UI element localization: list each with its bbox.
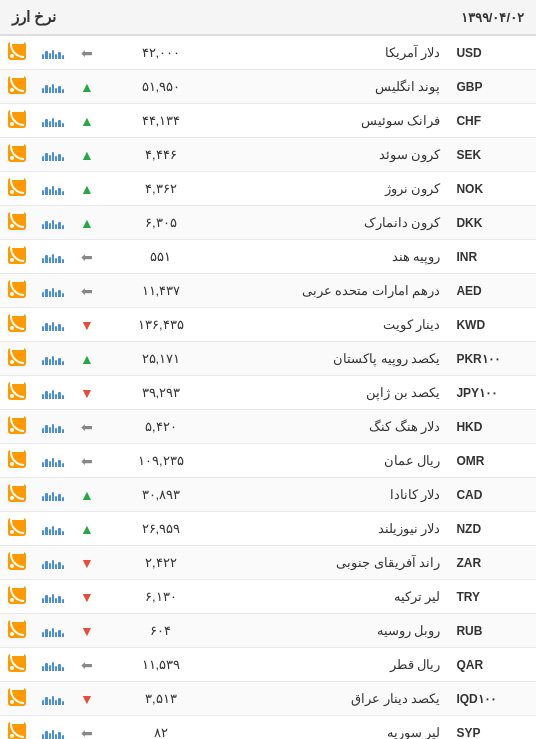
rss-cell[interactable]	[0, 104, 34, 138]
rss-cell[interactable]	[0, 70, 34, 104]
rss-cell[interactable]	[0, 444, 34, 478]
trend-arrow: ▼	[72, 580, 102, 614]
chart-cell[interactable]	[34, 104, 72, 138]
chart-icon	[42, 145, 64, 161]
rss-cell[interactable]	[0, 274, 34, 308]
chart-icon	[42, 655, 64, 671]
chart-cell[interactable]	[34, 444, 72, 478]
currency-code: QAR	[448, 648, 536, 682]
currency-name: دلار کانادا	[220, 478, 449, 512]
chart-icon	[42, 553, 64, 569]
rss-cell[interactable]	[0, 580, 34, 614]
chart-cell[interactable]	[34, 342, 72, 376]
rss-icon[interactable]	[8, 42, 26, 60]
trend-arrow: ▼	[72, 546, 102, 580]
currency-name: یکصد بن ژاپن	[220, 376, 449, 410]
chart-cell[interactable]	[34, 70, 72, 104]
chart-cell[interactable]	[34, 376, 72, 410]
currency-price: ۴,۳۶۲	[102, 172, 220, 206]
rss-cell[interactable]	[0, 376, 34, 410]
rss-icon[interactable]	[8, 280, 26, 298]
chart-cell[interactable]	[34, 172, 72, 206]
arrow-icon: ⬅	[81, 419, 93, 435]
rss-icon[interactable]	[8, 144, 26, 162]
chart-cell[interactable]	[34, 648, 72, 682]
rss-cell[interactable]	[0, 682, 34, 716]
chart-cell[interactable]	[34, 512, 72, 546]
rss-icon[interactable]	[8, 246, 26, 264]
arrow-icon: ▼	[80, 555, 94, 571]
chart-cell[interactable]	[34, 36, 72, 70]
chart-icon	[42, 621, 64, 637]
rss-cell[interactable]	[0, 478, 34, 512]
rss-icon[interactable]	[8, 586, 26, 604]
chart-cell[interactable]	[34, 240, 72, 274]
currency-price: ۳۰,۸۹۳	[102, 478, 220, 512]
table-row: SYP لیر سوریه ۸۲ ⬅	[0, 716, 536, 740]
rss-icon[interactable]	[8, 654, 26, 672]
rss-cell[interactable]	[0, 138, 34, 172]
table-row: JPY۱۰۰ یکصد بن ژاپن ۳۹,۲۹۳ ▼	[0, 376, 536, 410]
currency-name: دلار آمریکا	[220, 36, 449, 70]
trend-arrow: ⬅	[72, 240, 102, 274]
rss-icon[interactable]	[8, 688, 26, 706]
arrow-icon: ▲	[80, 487, 94, 503]
rss-cell[interactable]	[0, 512, 34, 546]
trend-arrow: ⬅	[72, 274, 102, 308]
table-row: USD دلار آمریکا ۴۲,۰۰۰ ⬅	[0, 36, 536, 70]
header: ۱۳۹۹/۰۴/۰۲ نرخ ارز	[0, 0, 536, 36]
rss-icon[interactable]	[8, 110, 26, 128]
currency-price: ۶,۳۰۵	[102, 206, 220, 240]
rss-cell[interactable]	[0, 716, 34, 740]
chart-cell[interactable]	[34, 716, 72, 740]
rss-icon[interactable]	[8, 314, 26, 332]
chart-cell[interactable]	[34, 580, 72, 614]
currency-name: یکصد دینار عراق	[220, 682, 449, 716]
rss-icon[interactable]	[8, 518, 26, 536]
chart-cell[interactable]	[34, 478, 72, 512]
chart-cell[interactable]	[34, 138, 72, 172]
rss-icon[interactable]	[8, 382, 26, 400]
arrow-icon: ▲	[80, 113, 94, 129]
rss-cell[interactable]	[0, 36, 34, 70]
currency-name: راند آفریقای جنوبی	[220, 546, 449, 580]
arrow-icon: ▼	[80, 589, 94, 605]
chart-cell[interactable]	[34, 682, 72, 716]
currency-code: KWD	[448, 308, 536, 342]
rss-icon[interactable]	[8, 484, 26, 502]
rss-icon[interactable]	[8, 450, 26, 468]
rss-icon[interactable]	[8, 212, 26, 230]
chart-cell[interactable]	[34, 410, 72, 444]
rss-icon[interactable]	[8, 416, 26, 434]
rss-icon[interactable]	[8, 76, 26, 94]
chart-cell[interactable]	[34, 308, 72, 342]
chart-cell[interactable]	[34, 274, 72, 308]
arrow-icon: ▲	[80, 79, 94, 95]
rss-icon[interactable]	[8, 178, 26, 196]
rss-cell[interactable]	[0, 206, 34, 240]
rss-icon[interactable]	[8, 722, 26, 739]
rss-cell[interactable]	[0, 240, 34, 274]
rss-cell[interactable]	[0, 546, 34, 580]
rss-cell[interactable]	[0, 172, 34, 206]
rss-icon[interactable]	[8, 552, 26, 570]
rss-cell[interactable]	[0, 410, 34, 444]
rss-cell[interactable]	[0, 308, 34, 342]
currency-name: کرون نروژ	[220, 172, 449, 206]
chart-cell[interactable]	[34, 206, 72, 240]
currency-name: دینار کویت	[220, 308, 449, 342]
rss-cell[interactable]	[0, 342, 34, 376]
rss-cell[interactable]	[0, 648, 34, 682]
table-row: TRY لیر ترکیه ۶,۱۳۰ ▼	[0, 580, 536, 614]
chart-cell[interactable]	[34, 614, 72, 648]
rss-cell[interactable]	[0, 614, 34, 648]
table-row: CHF فرانک سوئیس ۴۴,۱۳۴ ▲	[0, 104, 536, 138]
currency-name: درهم امارات متحده عربی	[220, 274, 449, 308]
rss-icon[interactable]	[8, 348, 26, 366]
trend-arrow: ▲	[72, 70, 102, 104]
table-row: QAR ریال قطر ۱۱,۵۳۹ ⬅	[0, 648, 536, 682]
currency-name: ریال قطر	[220, 648, 449, 682]
table-row: SEK کرون سوئد ۴,۴۴۶ ▲	[0, 138, 536, 172]
rss-icon[interactable]	[8, 620, 26, 638]
chart-cell[interactable]	[34, 546, 72, 580]
